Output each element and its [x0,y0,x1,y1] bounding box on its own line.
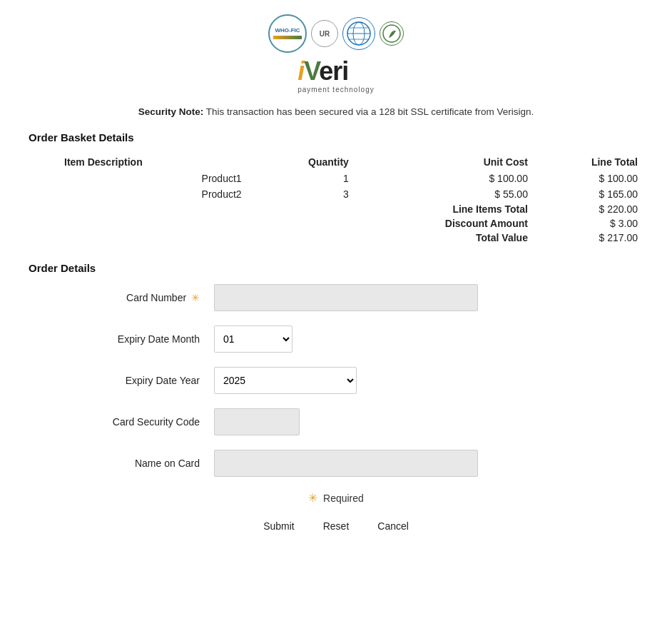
order-table: Item Description Quantity Unit Cost Line… [29,153,643,245]
col-quantity: Quantity [256,153,355,171]
action-buttons: Submit Reset Cancel [29,518,643,535]
card-number-required: ✳ [191,292,200,303]
col-unit-cost: Unit Cost [355,153,534,171]
card-number-label: Card Number ✳ [29,292,214,303]
reset-button[interactable]: Reset [316,518,357,535]
table-row: Product2 3 $ 55.00 $ 165.00 [29,186,643,202]
order-details-title: Order Details [29,262,643,274]
name-on-card-input[interactable] [214,450,478,477]
csc-row: Card Security Code [29,408,643,435]
order-basket-section: Order Basket Details Item Description Qu… [29,131,643,245]
card-number-row: Card Number ✳ [29,284,643,311]
security-note: Security Note: This transaction has been… [29,106,643,117]
expiry-year-select[interactable]: 202520262027202820292030 [214,367,357,394]
submit-button[interactable]: Submit [256,518,302,535]
expiry-month-row: Expiry Date Month 0102030405060708091011… [29,325,643,353]
col-item-description: Item Description [29,153,256,171]
required-asterisk-icon: ✳ [308,492,317,504]
line-items-total-row: Line Items Total $ 220.00 [29,202,643,216]
whofic-logo: WHO-FIC [268,14,307,53]
ur-logo: UR [311,20,338,47]
iveri-logo: iVeri payment technology [297,59,375,94]
name-on-card-label: Name on Card [29,458,214,469]
green-logo [380,21,404,46]
table-row: Product1 1 $ 100.00 $ 100.00 [29,171,643,186]
expiry-month-select[interactable]: 010203040506070809101112 [214,325,292,353]
name-on-card-row: Name on Card [29,450,643,477]
total-value-row: Total Value $ 217.00 [29,231,643,245]
header-logos: WHO-FIC UR iVeri payment tec [29,14,643,94]
csc-input[interactable] [214,408,300,435]
expiry-year-label: Expiry Date Year [29,375,214,386]
col-line-total: Line Total [534,153,643,171]
required-note: ✳ Required [29,491,643,505]
expiry-year-row: Expiry Date Year 20252026202720282029203… [29,367,643,394]
csc-label: Card Security Code [29,416,214,428]
who-logo [342,17,375,50]
cancel-button[interactable]: Cancel [370,518,416,535]
expiry-month-label: Expiry Date Month [29,333,214,345]
required-text: Required [323,493,364,504]
order-details-section: Order Details Card Number ✳ Expiry Date … [29,262,643,477]
top-logos-row: WHO-FIC UR [268,14,404,53]
card-number-input[interactable] [214,284,478,311]
discount-row: Discount Amount $ 3.00 [29,216,643,231]
order-basket-title: Order Basket Details [29,131,643,143]
